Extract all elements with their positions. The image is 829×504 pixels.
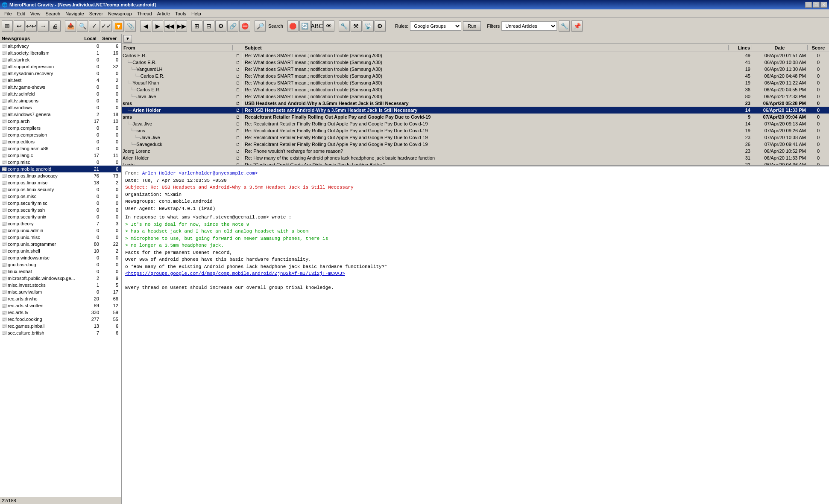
menu-item-file[interactable]: File <box>2 10 15 17</box>
toolbar-reply-all[interactable]: ↩↩ <box>26 20 37 32</box>
toolbar-next[interactable]: ▶ <box>152 20 163 32</box>
toolbar-spell[interactable]: ABC <box>311 20 322 32</box>
toolbar-tools4[interactable]: ⚙ <box>375 20 386 32</box>
article-row[interactable]: └─VanguardLH 🗋 Re: What does SMART mean.… <box>122 66 829 73</box>
rules-select[interactable]: Google Groups <box>410 21 461 31</box>
article-row[interactable]: └─Java Jive 🗋 Re: What does SMART mean.;… <box>122 93 829 100</box>
toolbar-search2[interactable]: 🔎 <box>255 20 266 32</box>
toolbar-stop[interactable]: 🛑 <box>287 20 299 32</box>
newsgroup-row[interactable]: 📰 alt.tv.seinfeld 0 0 <box>0 90 121 97</box>
newsgroup-row[interactable]: 📰 rec.arts.drwho 20 66 <box>0 295 121 302</box>
newsgroup-row[interactable]: 📰 comp.lang.asm.x86 0 0 <box>0 145 121 152</box>
run-button[interactable]: Run <box>463 21 481 31</box>
toolbar-thread-expand[interactable]: ⊞ <box>191 20 202 32</box>
message-panel[interactable]: From: Arlen Holder <arlenholder@anyexamp… <box>122 166 829 504</box>
toolbar-watch[interactable]: 👁 <box>323 20 334 32</box>
newsgroup-row[interactable]: 📰 alt.test 4 2 <box>0 77 121 84</box>
newsgroup-row[interactable]: 📰 alt.tv.simpsons 0 0 <box>0 97 121 104</box>
articles-toolbar[interactable]: ▼ <box>122 34 829 44</box>
maximize-button[interactable]: □ <box>813 2 820 8</box>
article-row[interactable]: Lewis 🗋 Re: "Cash and Credit Cards Are D… <box>122 161 829 165</box>
article-row[interactable]: └─Java Jive 🗋 Re: Recalcitrant Retailer … <box>122 120 829 127</box>
toolbar-tools2[interactable]: ⚒ <box>351 20 362 32</box>
article-row[interactable]: sms 🗋 Recalcitrant Retailer Finally Roll… <box>122 114 829 120</box>
toolbar-disconnect[interactable]: ⛔ <box>239 20 250 32</box>
newsgroup-row[interactable]: 📰 alt.support.depression 0 32 <box>0 63 121 70</box>
newsgroup-row[interactable]: 📰 comp.unix.admin 0 0 <box>0 227 121 234</box>
menu-item-help[interactable]: Help <box>189 10 204 17</box>
newsgroup-row[interactable]: 📰 rec.food.cooking 277 55 <box>0 316 121 323</box>
article-row[interactable]: sms 🗋 USB Headsets and Android-Why a 3.5… <box>122 100 829 107</box>
menu-item-search[interactable]: Search <box>43 10 63 17</box>
toolbar-next-unread[interactable]: ▶▶ <box>176 20 187 32</box>
newsgroup-row[interactable]: 📰 alt.startrek 0 0 <box>0 56 121 63</box>
toolbar-tools3[interactable]: 📡 <box>363 20 374 32</box>
article-row[interactable]: └─Savageduck 🗋 Re: Recalcitrant Retailer… <box>122 141 829 148</box>
filter-options-btn[interactable]: 🔧 <box>559 20 570 32</box>
articles-list[interactable]: Carlos E.R. 🗋 Re: What does SMART mean.;… <box>122 52 829 165</box>
newsgroup-row[interactable]: 📰 alt.society.liberalism 1 16 <box>0 50 121 56</box>
articles-toolbar-collapse[interactable]: ▼ <box>123 35 132 43</box>
newsgroup-row[interactable]: 📰 rec.arts.sf.written 89 12 <box>0 302 121 309</box>
menu-item-tools[interactable]: Tools <box>173 10 189 17</box>
newsgroup-row[interactable]: 📰 alt.windows7.general 2 18 <box>0 111 121 118</box>
newsgroup-row[interactable]: 📰 comp.security.misc 0 0 <box>0 200 121 207</box>
newsgroup-row[interactable]: 📰 comp.mobile.android 21 6 <box>0 166 121 172</box>
newsgroup-row[interactable]: 📰 comp.os.linux.security 0 0 <box>0 186 121 193</box>
toolbar-get-new[interactable]: 📥 <box>65 20 76 32</box>
close-button[interactable]: ✕ <box>820 2 827 8</box>
article-row[interactable]: Arlen Holder 🗋 Re: How many of the exist… <box>122 154 829 161</box>
toolbar-filter[interactable]: 🔽 <box>113 20 124 32</box>
newsgroup-row[interactable]: 📰 comp.unix.misc 0 0 <box>0 234 121 241</box>
newsgroup-row[interactable]: 📰 comp.os.misc 0 0 <box>0 193 121 200</box>
minimize-button[interactable]: ─ <box>805 2 812 8</box>
menu-item-article[interactable]: Article <box>155 10 173 17</box>
newsgroup-row[interactable]: 📰 comp.compilers 0 0 <box>0 125 121 131</box>
newsgroup-list[interactable]: 📰 alt.privacy 0 6 📰 alt.society.liberali… <box>0 43 121 497</box>
newsgroup-row[interactable]: 📰 comp.compression 0 0 <box>0 131 121 138</box>
newsgroup-row[interactable]: 📰 comp.os.linux.misc 18 2 <box>0 179 121 186</box>
newsgroup-row[interactable]: 📰 comp.unix.programmer 80 22 <box>0 241 121 248</box>
toolbar-tools1[interactable]: 🔧 <box>339 20 350 32</box>
menu-item-server[interactable]: Server <box>87 10 105 17</box>
newsgroup-row[interactable]: 📰 misc.survivalism 0 17 <box>0 288 121 295</box>
article-row[interactable]: └─Arlen Holder 🗋 Re: USB Headsets and An… <box>122 107 829 114</box>
newsgroup-row[interactable]: 📰 alt.windows 0 0 <box>0 104 121 111</box>
toolbar-forward[interactable]: → <box>38 20 49 32</box>
article-row[interactable]: └─Yousuf Khan 🗋 Re: What does SMART mean… <box>122 79 829 86</box>
article-row[interactable]: Carlos E.R. 🗋 Re: What does SMART mean.;… <box>122 52 829 59</box>
unread-select[interactable]: Unread Articles <box>501 21 557 31</box>
menu-item-newsgroup[interactable]: Newsgroup <box>105 10 135 17</box>
newsgroup-row[interactable]: 📰 misc.invest.stocks 1 5 <box>0 282 121 288</box>
newsgroup-row[interactable]: 📰 gnu.bash.bug 0 0 <box>0 261 121 268</box>
newsgroup-row[interactable]: 📰 comp.os.linux.advocacy 76 73 <box>0 172 121 179</box>
newsgroup-row[interactable]: 📰 rec.arts.tv 330 59 <box>0 309 121 316</box>
article-row[interactable]: └─Java Jive 🗋 Re: Recalcitrant Retailer … <box>122 134 829 141</box>
newsgroup-row[interactable]: 📰 comp.lang.c 17 11 <box>0 152 121 159</box>
toolbar-connect[interactable]: 🔗 <box>227 20 238 32</box>
window-controls[interactable]: ─ □ ✕ <box>805 2 827 8</box>
newsgroup-row[interactable]: 📰 comp.security.ssh 0 0 <box>0 207 121 213</box>
newsgroup-row[interactable]: 📰 comp.security.unix 0 0 <box>0 213 121 220</box>
newsgroup-row[interactable]: 📰 comp.theory 7 3 <box>0 220 121 227</box>
newsgroup-row[interactable]: 📰 comp.unix.shell 10 2 <box>0 248 121 254</box>
article-row[interactable]: Joerg Lorenz 🗋 Re: Phone wouldn't rechar… <box>122 148 829 154</box>
newsgroup-row[interactable]: 📰 comp.misc 0 0 <box>0 159 121 166</box>
menu-item-view[interactable]: View <box>28 10 43 17</box>
article-row[interactable]: └─Carlos E.R. 🗋 Re: What does SMART mean… <box>122 73 829 79</box>
newsgroup-row[interactable]: 📰 comp.arch 17 10 <box>0 118 121 125</box>
toolbar-refresh[interactable]: 🔄 <box>299 20 311 32</box>
menu-item-navigate[interactable]: Navigate <box>63 10 86 17</box>
article-row[interactable]: └─Carlos E.R. 🗋 Re: What does SMART mean… <box>122 86 829 93</box>
toolbar-new-msg[interactable]: ✉ <box>2 20 13 32</box>
toolbar-reply[interactable]: ↩ <box>14 20 25 32</box>
newsgroup-row[interactable]: 📰 linux.redhat 0 0 <box>0 268 121 275</box>
toolbar-print[interactable]: 🖨 <box>50 20 61 32</box>
newsgroup-row[interactable]: 📰 soc.culture.british 7 6 <box>0 329 121 336</box>
menu-item-edit[interactable]: Edit <box>15 10 28 17</box>
toolbar-decode[interactable]: 📎 <box>125 20 136 32</box>
newsgroup-row[interactable]: 📰 microsoft.public.windowsxp.ge... 2 9 <box>0 275 121 282</box>
article-row[interactable]: └─sms 🗋 Re: Recalcitrant Retailer Finall… <box>122 127 829 134</box>
newsgroup-row[interactable]: 📰 comp.windows.misc 0 0 <box>0 254 121 261</box>
toolbar-settings[interactable]: ⚙ <box>215 20 226 32</box>
